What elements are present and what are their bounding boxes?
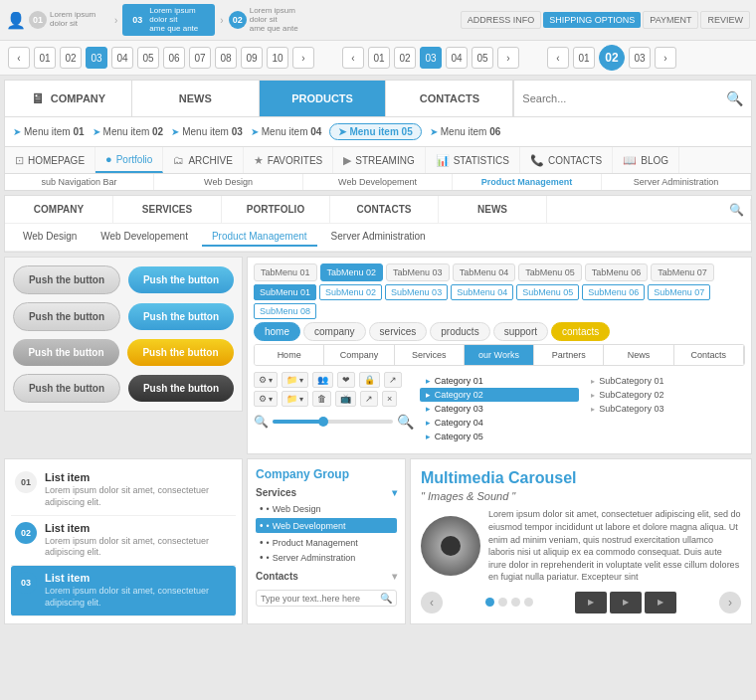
search-input[interactable]: [522, 92, 726, 104]
push-btn-4-left[interactable]: Push the button: [13, 374, 120, 403]
sec3-sub-server[interactable]: Server Administration: [321, 228, 436, 247]
tab-02[interactable]: TabMenu 02: [320, 263, 384, 281]
icon-gear-2[interactable]: ⚙ ▾: [254, 391, 278, 407]
sub-tab-04[interactable]: SubMenu 04: [451, 284, 513, 300]
cat-04[interactable]: Category 04: [420, 416, 580, 430]
num2-05[interactable]: 05: [472, 47, 493, 69]
sub-nav-bottom-product[interactable]: Product Management: [453, 174, 602, 190]
sub-nav-portfolio[interactable]: ● Portfolio: [95, 147, 163, 173]
num-09[interactable]: 09: [241, 47, 263, 69]
cat-03[interactable]: Category 03: [420, 402, 580, 416]
num-08[interactable]: 08: [215, 47, 237, 69]
sec3-contacts[interactable]: CONTACTS: [330, 196, 439, 223]
num-03[interactable]: 03: [86, 47, 107, 69]
num-04[interactable]: 04: [111, 47, 133, 69]
cp-contacts-title[interactable]: Contacts ▾: [256, 571, 397, 582]
next-btn-2[interactable]: ›: [497, 47, 519, 69]
num-02[interactable]: 02: [60, 47, 82, 69]
hn-services[interactable]: services: [369, 322, 428, 341]
mm-dot-3[interactable]: [511, 598, 520, 607]
search-icon[interactable]: 🔍: [726, 90, 743, 106]
icon-folder-2[interactable]: 📁 ▾: [282, 391, 308, 407]
cp-search-icon[interactable]: 🔍: [380, 593, 392, 604]
hn-home[interactable]: home: [254, 322, 300, 341]
addr-step-review[interactable]: REVIEW: [700, 11, 750, 29]
tab-04[interactable]: TabMenu 04: [453, 263, 516, 281]
sub-nav-blog[interactable]: 📖 BLOG: [613, 147, 679, 173]
cp-productmgmt[interactable]: • Product Management: [256, 535, 397, 550]
main-nav-company[interactable]: 🖥 COMPANY: [5, 81, 132, 116]
ow-partners[interactable]: Partners: [534, 345, 604, 365]
sub-nav-bottom-webdev[interactable]: Web Developement: [303, 174, 453, 190]
icon-users[interactable]: 👥: [312, 372, 333, 388]
menu-item-05[interactable]: ➤ Menu item 05: [329, 123, 421, 140]
sub-nav-favorites[interactable]: ★ FAVORITES: [244, 147, 333, 173]
ow-home[interactable]: Home: [255, 345, 324, 365]
tab-01[interactable]: TabMenu 01: [254, 263, 317, 281]
ow-services[interactable]: Services: [395, 345, 465, 365]
num2-03[interactable]: 03: [420, 47, 442, 69]
main-nav-contacts[interactable]: CONTACTS: [386, 81, 513, 116]
sub-tab-05[interactable]: SubMenu 05: [516, 284, 579, 300]
cp-services-title[interactable]: Services ▾: [256, 487, 397, 498]
prev-btn-2[interactable]: ‹: [342, 47, 364, 69]
mm-prev-btn[interactable]: ‹: [421, 592, 443, 613]
addr-step-address[interactable]: ADDRESS INFO: [461, 11, 542, 29]
hn-support[interactable]: support: [493, 322, 548, 341]
prev-btn-3[interactable]: ‹: [547, 47, 569, 69]
sub-nav-statistics[interactable]: 📊 STATISTICS: [426, 147, 520, 173]
icon-share[interactable]: ↗: [384, 372, 402, 388]
sec3-news[interactable]: NEWS: [439, 196, 547, 223]
num-06[interactable]: 06: [163, 47, 185, 69]
icon-close[interactable]: ×: [382, 391, 397, 407]
sub-tab-02[interactable]: SubMenu 02: [319, 284, 382, 300]
prev-btn-1[interactable]: ‹: [8, 47, 30, 69]
icon-heart[interactable]: ❤: [337, 372, 355, 388]
push-btn-3-right[interactable]: Push the button: [127, 339, 234, 366]
hn-contacts[interactable]: contacts: [551, 322, 610, 341]
push-btn-1-right[interactable]: Push the button: [128, 266, 234, 293]
icon-folder-1[interactable]: 📁 ▾: [282, 372, 308, 388]
tab-07[interactable]: TabMenu 07: [651, 263, 714, 281]
tab-06[interactable]: TabMenu 06: [585, 263, 649, 281]
ow-company[interactable]: Company: [324, 345, 394, 365]
sub-tab-06[interactable]: SubMenu 06: [582, 284, 645, 300]
num2-02[interactable]: 02: [394, 47, 416, 69]
step-02[interactable]: 03 Lorem ipsum dolor sitame que ante: [122, 4, 215, 36]
mm-dot-1[interactable]: [485, 598, 494, 607]
sub-nav-bottom-webdesign[interactable]: Web Design: [154, 174, 303, 190]
cp-webdev[interactable]: • Web Development: [256, 518, 397, 533]
num-10[interactable]: 10: [267, 47, 288, 69]
sec3-sub-product[interactable]: Product Management: [202, 228, 317, 247]
ow-news[interactable]: News: [604, 345, 673, 365]
sub-tab-01[interactable]: SubMenu 01: [254, 284, 316, 300]
menu-item-04[interactable]: ➤ Menu item 04: [251, 126, 322, 137]
icon-share-2[interactable]: ↗: [360, 391, 378, 407]
addr-step-payment[interactable]: PAYMENT: [643, 11, 698, 29]
sub-nav-contacts[interactable]: 📞 CONTACTS: [520, 147, 613, 173]
sub-nav-streaming[interactable]: ▶ STREAMING: [333, 147, 425, 173]
menu-item-01[interactable]: ➤ Menu item 01: [13, 126, 85, 137]
mm-dot-4[interactable]: [524, 598, 533, 607]
icon-trash[interactable]: 🗑: [312, 391, 331, 407]
mm-next-btn[interactable]: ›: [719, 592, 741, 613]
sub-nav-bottom-server[interactable]: Server Administration: [602, 174, 751, 190]
next-btn-1[interactable]: ›: [292, 47, 314, 69]
icon-lock[interactable]: 🔒: [359, 372, 380, 388]
cat-01[interactable]: Category 01: [420, 374, 580, 388]
cp-serveradmin[interactable]: • Server Adminstration: [256, 550, 397, 565]
num2-04[interactable]: 04: [446, 47, 468, 69]
sec3-search-icon[interactable]: 🔍: [729, 203, 744, 217]
push-btn-2-left[interactable]: Push the button: [13, 302, 120, 331]
hn-company[interactable]: company: [303, 322, 366, 341]
step-01[interactable]: 01 Lorem ipsum dolor sit: [29, 11, 109, 29]
sec3-portfolio[interactable]: PORTFOLIO: [222, 196, 330, 223]
cat-02[interactable]: Category 02: [420, 388, 580, 402]
icon-gear-1[interactable]: ⚙ ▾: [254, 372, 278, 388]
num3-02[interactable]: 02: [599, 45, 625, 71]
push-btn-3-left[interactable]: Push the button: [13, 339, 119, 366]
sec3-services[interactable]: SERVICES: [113, 196, 222, 223]
cat-05[interactable]: Category 05: [420, 430, 580, 443]
menu-item-06[interactable]: ➤ Menu item 06: [430, 126, 501, 137]
addr-step-shipping[interactable]: SHIPPING OPTIONS: [543, 12, 641, 28]
